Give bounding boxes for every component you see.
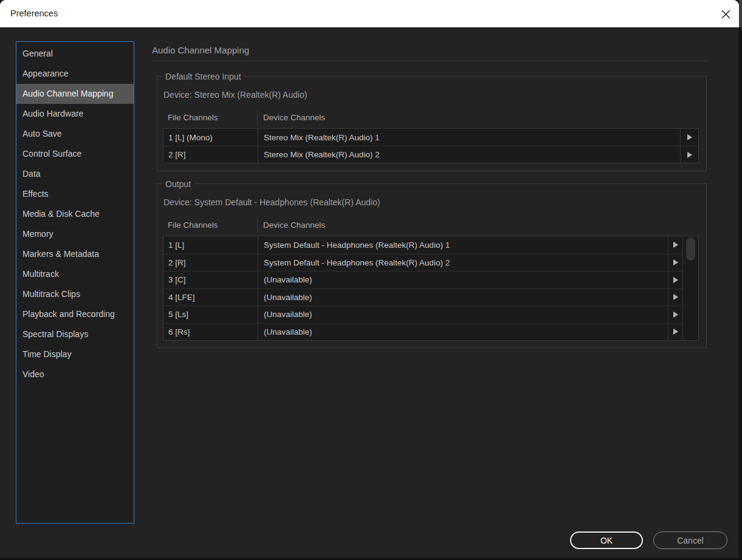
file-channel-cell: 6 [Rs] — [163, 324, 258, 341]
right-triangle-icon — [687, 152, 692, 158]
sidebar-item-control-surface[interactable]: Control Surface — [16, 144, 134, 164]
sidebar-item-multitrack[interactable]: Multitrack — [16, 264, 134, 284]
table-row: 6 [Rs] (Unavailable) — [163, 323, 682, 341]
column-headers: File Channels Device Channels — [163, 111, 699, 125]
sidebar-item-label: Spectral Displays — [22, 329, 88, 339]
right-triangle-icon — [673, 312, 678, 318]
right-triangle-icon — [673, 242, 678, 248]
dropdown-arrow-button[interactable] — [668, 324, 682, 341]
device-channel-select[interactable]: (Unavailable) — [258, 289, 668, 306]
dropdown-arrow-button[interactable] — [668, 289, 682, 306]
close-button[interactable] — [716, 5, 735, 23]
sidebar-item-label: Multitrack — [22, 269, 59, 279]
sidebar-item-label: Media & Disk Cache — [22, 209, 100, 219]
dropdown-arrow-button[interactable] — [681, 146, 698, 163]
sidebar-item-audio-hardware[interactable]: Audio Hardware — [16, 104, 134, 124]
heading-divider — [152, 61, 707, 61]
dropdown-arrow-button[interactable] — [668, 271, 682, 289]
sidebar-item-label: Multitrack Clips — [22, 289, 80, 299]
table-row: 4 [LFE] (Unavailable) — [163, 289, 682, 306]
sidebar-item-label: Effects — [22, 189, 49, 199]
sidebar-item-playback-and-recording[interactable]: Playback and Recording — [16, 304, 134, 324]
group-title: Output — [162, 179, 194, 190]
file-channel-cell: 2 [R] — [163, 146, 258, 163]
group-output: Output Device: System Default - Headphon… — [157, 183, 707, 348]
table-row: 1 [L] (Mono) Stereo Mix (Realtek(R) Audi… — [163, 129, 698, 146]
device-label: Device: Stereo Mix (Realtek(R) Audio) — [163, 90, 307, 100]
sidebar-item-appearance[interactable]: Appearance — [16, 64, 134, 84]
sidebar-item-label: Audio Hardware — [22, 109, 83, 118]
sidebar-item-label: Memory — [22, 229, 53, 239]
sidebar-item-general[interactable]: General — [16, 44, 134, 64]
group-default-stereo-input: Default Stereo Input Device: Stereo Mix … — [157, 76, 707, 171]
sidebar-item-auto-save[interactable]: Auto Save — [16, 124, 134, 144]
window-title: Preferences — [10, 0, 58, 27]
device-channel-select[interactable]: System Default - Headphones (Realtek(R) … — [258, 254, 668, 271]
sidebar-item-label: Time Display — [22, 349, 71, 359]
preferences-dialog: Preferences General Appearance Audio Cha… — [0, 0, 739, 558]
group-title: Default Stereo Input — [162, 71, 244, 82]
device-label: Device: System Default - Headphones (Rea… — [163, 197, 380, 207]
sidebar-item-label: Audio Channel Mapping — [22, 89, 113, 98]
channel-mapping-table: 1 [L] System Default - Headphones (Realt… — [163, 236, 699, 341]
dropdown-arrow-button[interactable] — [681, 129, 698, 146]
window-edge — [739, 0, 742, 27]
file-channel-cell: 1 [L] (Mono) — [163, 129, 258, 146]
ok-button[interactable]: OK — [570, 531, 643, 549]
sidebar-item-effects[interactable]: Effects — [16, 184, 134, 204]
right-triangle-icon — [673, 277, 678, 283]
sidebar-item-multitrack-clips[interactable]: Multitrack Clips — [16, 284, 134, 304]
file-channel-cell: 2 [R] — [163, 254, 258, 271]
right-triangle-icon — [673, 329, 678, 335]
table-row: 5 [Ls] (Unavailable) — [163, 306, 682, 323]
device-channel-select[interactable]: (Unavailable) — [258, 271, 668, 289]
dropdown-arrow-button[interactable] — [668, 306, 682, 323]
table-row: 2 [R] System Default - Headphones (Realt… — [163, 254, 682, 271]
x-icon — [721, 9, 731, 19]
file-channel-cell: 5 [Ls] — [163, 306, 258, 323]
sidebar-item-audio-channel-mapping[interactable]: Audio Channel Mapping — [16, 84, 134, 104]
sidebar-item-time-display[interactable]: Time Display — [16, 344, 134, 364]
column-headers: File Channels Device Channels — [163, 218, 699, 233]
column-header-file-channels: File Channels — [163, 111, 258, 125]
column-header-file-channels: File Channels — [163, 218, 258, 233]
sidebar-item-label: Data — [22, 169, 41, 179]
right-triangle-icon — [673, 294, 678, 300]
sidebar-item-data[interactable]: Data — [16, 164, 134, 184]
sidebar-item-markers-metadata[interactable]: Markers & Metadata — [16, 244, 134, 264]
column-header-device-channels: Device Channels — [258, 218, 699, 233]
table-scrollbar[interactable] — [682, 236, 698, 340]
sidebar-item-label: Video — [22, 369, 44, 379]
channel-mapping-table: 1 [L] (Mono) Stereo Mix (Realtek(R) Audi… — [163, 128, 699, 163]
file-channel-cell: 3 [C] — [163, 271, 258, 289]
sidebar-item-media-disk-cache[interactable]: Media & Disk Cache — [16, 204, 134, 224]
titlebar: Preferences — [0, 0, 739, 27]
dropdown-arrow-button[interactable] — [668, 236, 682, 254]
page-title: Audio Channel Mapping — [152, 45, 249, 55]
table-row: 3 [C] (Unavailable) — [163, 271, 682, 289]
device-channel-select[interactable]: (Unavailable) — [258, 324, 668, 341]
right-triangle-icon — [673, 259, 678, 265]
sidebar-item-label: Markers & Metadata — [22, 249, 99, 259]
device-channel-select[interactable]: (Unavailable) — [258, 306, 668, 323]
sidebar-item-label: Auto Save — [22, 129, 62, 138]
column-header-device-channels: Device Channels — [258, 111, 699, 125]
sidebar-item-label: General — [22, 49, 53, 58]
sidebar-item-spectral-displays[interactable]: Spectral Displays — [16, 324, 134, 344]
dropdown-arrow-button[interactable] — [668, 254, 682, 271]
sidebar-item-label: Control Surface — [22, 149, 81, 159]
sidebar-item-video[interactable]: Video — [16, 364, 134, 384]
file-channel-cell: 1 [L] — [163, 236, 258, 254]
table-row: 2 [R] Stereo Mix (Realtek(R) Audio) 2 — [163, 146, 698, 163]
right-triangle-icon — [687, 134, 692, 140]
device-channel-select[interactable]: System Default - Headphones (Realtek(R) … — [258, 236, 668, 254]
sidebar-item-memory[interactable]: Memory — [16, 224, 134, 244]
device-channel-select[interactable]: Stereo Mix (Realtek(R) Audio) 2 — [258, 146, 681, 163]
cancel-button[interactable]: Cancel — [653, 531, 727, 549]
preferences-category-list: General Appearance Audio Channel Mapping… — [16, 41, 134, 524]
file-channel-cell: 4 [LFE] — [163, 289, 258, 306]
table-row: 1 [L] System Default - Headphones (Realt… — [163, 236, 682, 254]
scrollbar-thumb[interactable] — [686, 237, 695, 261]
sidebar-item-label: Appearance — [22, 69, 69, 78]
device-channel-select[interactable]: Stereo Mix (Realtek(R) Audio) 1 — [258, 129, 681, 146]
